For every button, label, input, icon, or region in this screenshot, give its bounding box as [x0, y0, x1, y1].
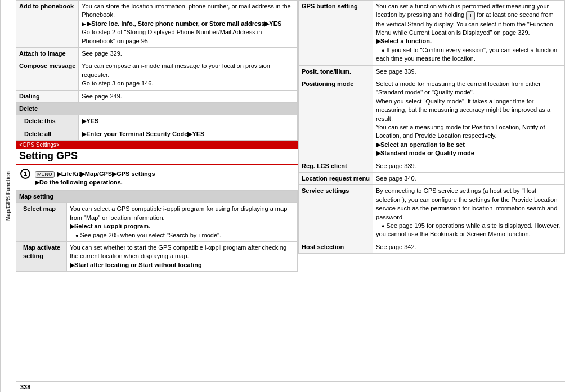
table-row: Reg. LCS client See page 339.	[299, 160, 565, 172]
table-row: Attach to image See page 329.	[16, 47, 298, 60]
table-row: Posit. tone/illum. See page 339.	[299, 65, 565, 78]
step-section: 1 MENU ▶LifeKit▶Map/GPS▶GPS settings ▶Do…	[16, 165, 298, 190]
row-sub-label: Delete all	[16, 128, 79, 140]
menu-key: MENU	[35, 171, 55, 178]
row-label: GPS button setting	[299, 1, 373, 66]
row-label: Compose message	[16, 60, 79, 90]
table-row: Service settings By connecting to GPS se…	[299, 185, 565, 241]
row-content: See page 249.	[79, 90, 298, 102]
delete-header-row: Delete	[16, 102, 298, 115]
step-text: ▶LifeKit▶Map/GPS▶GPS settings	[57, 170, 155, 177]
table-row: Delete all ▶Enter your Terminal Security…	[16, 128, 298, 140]
right-table: GPS button setting You can set a functio…	[298, 0, 565, 254]
gps-title: Setting GPS	[16, 149, 298, 165]
item-text: ▶Store loc. info., Store phone number, o…	[82, 20, 281, 27]
table-row: Delete this ▶YES	[16, 115, 298, 128]
row-label: Reg. LCS client	[299, 160, 373, 172]
left-table: Add to phonebook You can store the locat…	[16, 0, 298, 141]
row-content: See page 342.	[373, 241, 565, 253]
item-bullet: See page 205 when you select "Search by …	[75, 232, 221, 238]
row-content: You can compose an i-mode mail message t…	[79, 60, 298, 90]
row-content: See page 339.	[373, 65, 565, 78]
table-row: Select map You can select a GPS compatib…	[16, 203, 298, 242]
map-setting-label: Map setting	[16, 191, 298, 203]
row-label: Select map	[16, 203, 67, 242]
table-row: Add to phonebook You can store the locat…	[16, 1, 298, 48]
table-row: GPS button setting You can set a functio…	[299, 1, 565, 66]
step-instruction: ▶Do the following operations.	[35, 179, 123, 186]
row-label: Posit. tone/illum.	[299, 65, 373, 78]
row-label: Host selection	[299, 241, 373, 253]
gps-settings-section: <GPS Settings> Setting GPS 1 MENU ▶LifeK…	[16, 141, 298, 190]
row-label: Dialing	[16, 90, 79, 102]
row-label: Attach to image	[16, 47, 79, 60]
row-content: By connecting to GPS service settings (a…	[373, 185, 565, 241]
table-row: Dialing See page 249.	[16, 90, 298, 102]
row-label: Add to phonebook	[16, 1, 79, 48]
item-bold: ▶Select an i-αppli program.	[70, 223, 150, 229]
item-bullet: See page 195 for operations while a site…	[376, 222, 560, 237]
key-icon: i	[466, 11, 475, 20]
table-row: Positioning mode Select a mode for measu…	[299, 78, 565, 160]
gps-tag: <GPS Settings>	[16, 141, 298, 149]
table-row: Location request menu See page 340.	[299, 172, 565, 184]
row-sub-label: Delete this	[16, 115, 79, 128]
row-label: Location request menu	[299, 172, 373, 184]
item-bold: ▶Start after locating or Start without l…	[70, 262, 202, 268]
row-content: You can set whether to start the GPS com…	[67, 242, 298, 272]
item-bold: ▶Select an operation to be set	[376, 141, 465, 148]
row-content: You can store the location information, …	[79, 1, 298, 48]
delete-header: Delete	[16, 102, 298, 115]
page-footer: 338	[16, 381, 565, 392]
map-setting-header: Map setting	[16, 191, 298, 203]
row-label: Service settings	[299, 185, 373, 241]
item-bold2: ▶Standard mode or Quality mode	[376, 150, 474, 156]
row-label: Positioning mode	[299, 78, 373, 160]
item-bold: ▶Select a function.	[376, 38, 432, 44]
row-content: See page 339.	[373, 160, 565, 172]
row-content: ▶Enter your Terminal Security Code▶YES	[79, 128, 298, 140]
table-row: Host selection See page 342.	[299, 241, 565, 253]
row-content: See page 329.	[79, 47, 298, 60]
step-number: 1	[20, 169, 30, 179]
page-number: 338	[20, 384, 30, 390]
item-bullet: If you set to "Confirm every session", y…	[376, 47, 557, 62]
row-content: Select a mode for measuring the current …	[373, 78, 565, 160]
table-row: Compose message You can compose an i-mod…	[16, 60, 298, 90]
sidebar-label: Map/GPS Function	[0, 0, 16, 392]
map-setting-table: Map setting Select map You can select a …	[16, 190, 298, 272]
row-content: See page 340.	[373, 172, 565, 184]
table-row: Map activate setting You can set whether…	[16, 242, 298, 272]
row-content: ▶YES	[79, 115, 298, 128]
row-content: You can select a GPS compatible i-αppli …	[67, 203, 298, 242]
row-content: You can set a function which is performe…	[373, 1, 565, 66]
row-label: Map activate setting	[16, 242, 67, 272]
